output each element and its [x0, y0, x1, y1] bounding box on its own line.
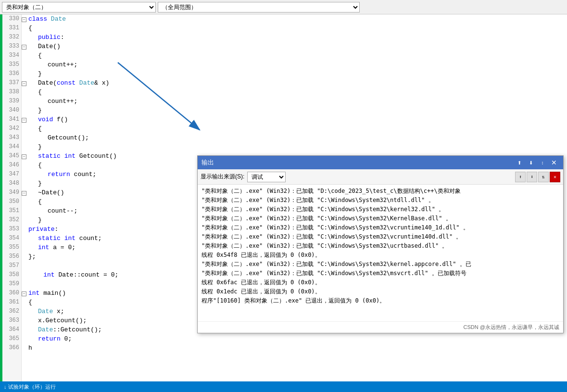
code-text: {	[28, 24, 32, 33]
code-text: }	[38, 142, 42, 152]
output-icon-up[interactable]: ⬆	[515, 172, 526, 182]
line-number: 357	[2, 261, 19, 270]
line-number: 363	[2, 316, 19, 325]
output-panel: 输出 ⬆ ⬇ ↕ ✕ 显示输出来源(S): 调试 ⬆ ⬇ ⇅ ✕	[197, 155, 564, 333]
line-number: 351	[2, 206, 19, 215]
output-line: "类和对象（二）.exe" (Win32)：已加载 "C:\Windows\Sy…	[202, 205, 559, 214]
output-icon-close[interactable]: ✕	[550, 172, 560, 182]
code-text: public:	[38, 33, 64, 42]
output-line: "类和对象（二）.exe" (Win32)：已加载 "C:\Windows\Sy…	[202, 260, 559, 269]
code-text: void f()	[38, 115, 68, 124]
code-line: }	[22, 69, 567, 78]
line-number: 354	[2, 234, 19, 243]
output-action-icons: ⬆ ⬇ ⇅ ✕	[515, 172, 560, 182]
collapse-button[interactable]: −	[22, 81, 26, 86]
line-number: 353	[2, 225, 19, 234]
line-number: 364	[2, 325, 19, 334]
collapse-button[interactable]: −	[22, 291, 26, 296]
code-text: ~Date()	[38, 188, 64, 197]
collapse-button[interactable]: −	[22, 154, 26, 159]
code-line: public:	[22, 33, 567, 42]
output-line: "类和对象（二）.exe" (Win32)：已加载 "C:\Windows\Sy…	[202, 232, 559, 241]
code-text: Getcount();	[48, 133, 89, 142]
line-number: 355	[2, 243, 19, 252]
toolbar: 类和对象（二） （全局范围）	[0, 0, 567, 14]
line-number: 342	[2, 124, 19, 133]
line-number: 361	[2, 298, 19, 307]
code-text: }	[38, 215, 42, 225]
output-content[interactable]: "类和对象（二）.exe" (Win32)：已加载 "D:\code_2023_…	[198, 185, 563, 321]
code-text: static int Getcount()	[38, 152, 117, 161]
output-icon-btn-3[interactable]: ↕	[537, 157, 548, 168]
scope-select[interactable]: （全局范围）	[158, 2, 360, 13]
line-number: 352	[2, 215, 19, 225]
output-icon-updown[interactable]: ⇅	[538, 172, 549, 182]
line-number: 336	[2, 69, 19, 78]
code-line: {	[22, 124, 567, 133]
collapse-button[interactable]: −	[22, 45, 26, 50]
output-close-btn[interactable]: ✕	[549, 157, 559, 168]
editor-area: 3303313323333343353363373383393403413423…	[0, 14, 567, 392]
code-text: int Date::count = 0;	[28, 270, 118, 279]
context-select[interactable]: 类和对象（二）	[2, 2, 156, 13]
code-line: {	[22, 88, 567, 97]
output-toolbar-icons-title: ⬆ ⬇ ↕ ✕	[514, 157, 559, 168]
output-line: "类和对象（二）.exe" (Win32)：已加载 "C:\Windows\Sy…	[202, 223, 559, 232]
line-number: 334	[2, 51, 19, 60]
code-line: {	[22, 24, 567, 33]
code-line: Getcount();	[22, 133, 567, 142]
code-text: count--;	[48, 206, 77, 215]
output-titlebar: 输出 ⬆ ⬇ ↕ ✕	[198, 156, 563, 169]
line-number: 366	[2, 343, 19, 353]
code-line: count++;	[22, 60, 567, 69]
line-number: 349	[2, 188, 19, 197]
code-line: −Date(const Date& x)	[22, 78, 567, 88]
output-source-label: 显示输出来源(S):	[201, 173, 244, 181]
output-line: "类和对象（二）.exe" (Win32)：已加载 "C:\Windows\Sy…	[202, 241, 559, 251]
code-text: Date(const Date& x)	[38, 78, 109, 88]
code-text: {	[38, 51, 42, 60]
code-text: Date()	[38, 42, 61, 51]
code-text: count++;	[48, 60, 77, 69]
output-line: "类和对象（二）.exe" (Win32)：已加载 "C:\Windows\Sy…	[202, 269, 559, 278]
output-line: 线程 0x6fac 已退出，返回值为 0 (0x0)。	[202, 278, 559, 287]
collapse-button[interactable]: −	[22, 191, 26, 196]
output-source-select[interactable]: 调试	[247, 172, 286, 182]
collapse-button[interactable]: −	[22, 118, 26, 123]
line-number: 359	[2, 279, 19, 289]
line-number: 365	[2, 334, 19, 343]
code-text: int a = 0;	[38, 243, 76, 252]
code-text: return count;	[48, 170, 96, 179]
output-footer: CSDN @永远热情，永远谦早，永远其诚	[198, 321, 563, 333]
output-line: "类和对象（二）.exe" (Win32)：已加载 "C:\Windows\Sy…	[202, 214, 559, 223]
code-text: {	[38, 161, 42, 170]
code-text: };	[28, 252, 36, 261]
output-icon-btn-1[interactable]: ⬆	[514, 157, 525, 168]
output-toolbar: 显示输出来源(S): 调试 ⬆ ⬇ ⇅ ✕	[198, 169, 563, 185]
output-line: 线程 0x1edc 已退出，返回值为 0 (0x0)。	[202, 287, 559, 296]
line-number: 347	[2, 170, 19, 179]
line-number: 341	[2, 115, 19, 124]
code-text: int main()	[28, 289, 66, 298]
code-text: Date x;	[38, 307, 64, 316]
output-footer-text: CSDN @永远热情，永远谦早，永远其诚	[464, 324, 559, 331]
line-number: 345	[2, 152, 19, 161]
output-title: 输出	[202, 158, 214, 167]
code-text: private:	[28, 225, 58, 234]
code-text: }	[38, 69, 42, 78]
code-text: count++;	[48, 97, 77, 106]
code-text: class Date	[28, 14, 66, 24]
code-line: h	[22, 343, 567, 353]
collapse-button[interactable]: −	[22, 17, 26, 22]
main-container: 类和对象（二） （全局范围） 3303313323333343353363373…	[0, 0, 567, 392]
output-icon-btn-2[interactable]: ⬇	[526, 157, 536, 168]
line-number: 337	[2, 78, 19, 88]
code-text: }	[38, 106, 42, 115]
output-line: "类和对象（二）.exe" (Win32)：已加载 "C:\Windows\Sy…	[202, 196, 559, 205]
code-text: Date::Getcount();	[38, 325, 102, 334]
code-text: {	[28, 298, 32, 307]
line-number: 348	[2, 179, 19, 188]
code-text: }	[38, 179, 42, 188]
output-icon-down[interactable]: ⬇	[527, 172, 537, 182]
line-number: 331	[2, 24, 19, 33]
